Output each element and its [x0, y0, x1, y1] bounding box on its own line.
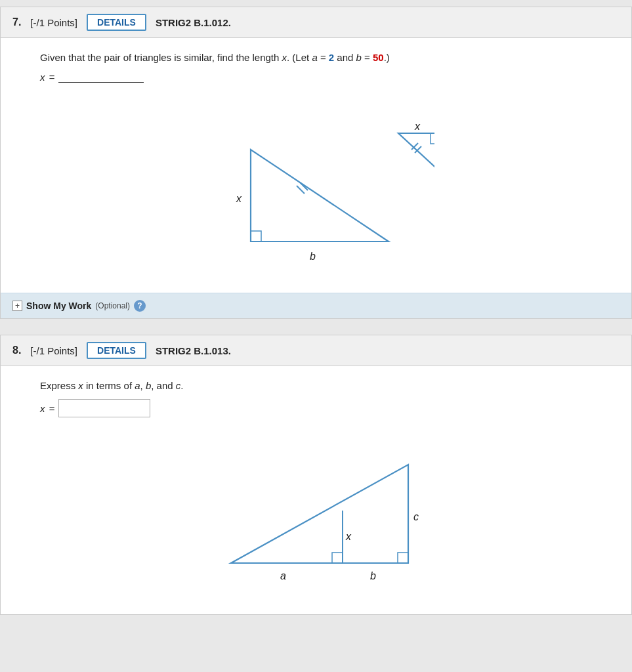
question-7-card: 7. [-/1 Points] DETAILS STRIG2 B.1.012. … — [0, 7, 632, 319]
question-7-code: STRIG2 B.1.012. — [156, 17, 231, 28]
question-7-show-work-bar[interactable]: + Show My Work (Optional) ? — [1, 293, 631, 318]
question-8-details-button[interactable]: DETAILS — [87, 342, 146, 359]
svg-text:c: c — [413, 511, 419, 522]
question-8-card: 8. [-/1 Points] DETAILS STRIG2 B.1.013. … — [0, 335, 632, 615]
question-8-points: [-/1 Points] — [30, 345, 77, 356]
question-7-header: 7. [-/1 Points] DETAILS STRIG2 B.1.012. — [1, 7, 631, 38]
question-8-code: STRIG2 B.1.013. — [156, 345, 231, 356]
question-7-problem-text: Given that the pair of triangles is simi… — [40, 50, 592, 66]
page-container: 7. [-/1 Points] DETAILS STRIG2 B.1.012. … — [0, 0, 632, 637]
question-8-header: 8. [-/1 Points] DETAILS STRIG2 B.1.013. — [1, 335, 631, 366]
show-work-label: Show My Work — [26, 301, 91, 311]
svg-line-4 — [297, 186, 305, 194]
svg-rect-14 — [332, 553, 343, 563]
svg-text:x: x — [236, 193, 242, 204]
expand-icon: + — [12, 301, 22, 311]
question-8-body: Express x in terms of a, b, and c. x = — [1, 366, 631, 614]
question-8-number: 8. — [12, 345, 21, 356]
question-7-diagram: x b a x — [40, 91, 592, 274]
question-8-problem-text: Express x in terms of a, b, and c. — [40, 378, 592, 394]
svg-text:b: b — [370, 570, 376, 581]
svg-rect-7 — [431, 133, 434, 144]
svg-rect-1 — [251, 231, 261, 242]
svg-text:x: x — [414, 121, 421, 132]
question-8-diagram: a b x c — [40, 425, 592, 596]
question-7-details-button[interactable]: DETAILS — [87, 14, 146, 31]
svg-text:b: b — [310, 251, 316, 262]
question-7-x-equals: x = — [40, 71, 592, 83]
question-8-x-equals: x = — [40, 399, 592, 417]
show-work-optional: (Optional) — [95, 301, 130, 310]
svg-text:a: a — [280, 570, 286, 581]
help-icon[interactable]: ? — [134, 300, 146, 312]
svg-marker-12 — [231, 465, 408, 563]
svg-marker-0 — [251, 150, 389, 242]
svg-marker-6 — [398, 133, 434, 173]
question-7-body: Given that the pair of triangles is simi… — [1, 38, 631, 293]
svg-rect-15 — [398, 553, 408, 563]
question-7-number: 7. — [12, 16, 21, 28]
question-7-points: [-/1 Points] — [30, 17, 77, 28]
question-7-answer-input[interactable] — [58, 71, 144, 83]
question-8-answer-input[interactable] — [58, 399, 150, 417]
svg-text:x: x — [345, 531, 352, 542]
